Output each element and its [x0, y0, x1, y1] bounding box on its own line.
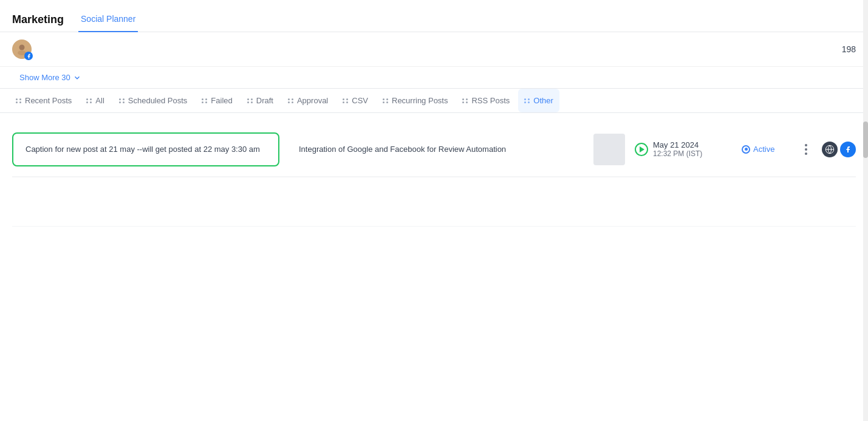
account-count: 198	[842, 44, 856, 54]
avatar	[12, 39, 32, 59]
filter-label: Recurring Posts	[392, 96, 448, 105]
post-date-info: May 21 2024 12:32 PM (IST)	[653, 140, 702, 158]
post-date: May 21 2024	[653, 140, 702, 149]
page-title: Marketing	[12, 13, 64, 26]
post-title: Integration of Google and Facebook for R…	[289, 145, 584, 154]
facebook-badge	[24, 52, 33, 60]
drag-handle-icon	[247, 98, 253, 103]
drag-handle-icon	[202, 98, 208, 103]
scrollbar-track[interactable]	[863, 0, 868, 236]
drag-handle-icon	[383, 98, 389, 103]
facebook-icon	[840, 142, 856, 157]
filter-approval[interactable]: Approval	[282, 89, 334, 112]
drag-handle-icon	[462, 98, 468, 103]
play-icon	[635, 143, 648, 156]
post-thumbnail	[593, 134, 625, 165]
filter-all[interactable]: All	[80, 89, 110, 112]
svg-point-0	[19, 45, 25, 50]
filter-draft[interactable]: Draft	[241, 89, 279, 112]
account-bar: 198	[0, 32, 868, 67]
post-time: 12:32 PM (IST)	[653, 149, 702, 158]
drag-handle-icon	[288, 98, 294, 103]
page-header: Marketing Social Planner	[0, 0, 868, 32]
filter-bar: Recent Posts All Scheduled Posts Failed …	[0, 88, 868, 113]
filter-label: Recent Posts	[25, 96, 72, 105]
filter-recurring-posts[interactable]: Recurring Posts	[377, 89, 454, 112]
filter-label: All	[95, 96, 104, 105]
filter-label: Approval	[297, 96, 328, 105]
post-platforms	[822, 142, 856, 157]
content-area: Caption for new post at 21 may --will ge…	[0, 113, 868, 236]
dot-icon	[805, 148, 807, 151]
post-caption: Caption for new post at 21 may --will ge…	[26, 145, 260, 154]
globe-icon	[822, 142, 838, 157]
tab-social-planner[interactable]: Social Planner	[78, 8, 138, 32]
filter-label: Draft	[256, 96, 273, 105]
divider	[12, 226, 856, 227]
filter-scheduled-posts[interactable]: Scheduled Posts	[113, 89, 194, 112]
table-row: Caption for new post at 21 may --will ge…	[12, 123, 856, 177]
drag-handle-icon	[524, 98, 530, 103]
filter-rss-posts[interactable]: RSS Posts	[456, 89, 516, 112]
status-label: Active	[753, 145, 774, 154]
avatar-container	[12, 39, 32, 59]
filter-label: CSV	[352, 96, 368, 105]
drag-handle-icon	[86, 98, 92, 103]
scrollbar-thumb[interactable]	[863, 122, 868, 158]
post-caption-box: Caption for new post at 21 may --will ge…	[12, 132, 279, 166]
filter-recent-posts[interactable]: Recent Posts	[10, 89, 78, 112]
filter-label: Failed	[211, 96, 232, 105]
show-more-label: Show More 30	[19, 73, 70, 82]
status-circle-inner	[745, 148, 748, 151]
dot-icon	[805, 152, 807, 155]
drag-handle-icon	[119, 98, 125, 103]
filter-failed[interactable]: Failed	[196, 89, 238, 112]
empty-space	[12, 177, 856, 226]
drag-handle-icon	[343, 98, 349, 103]
filter-label: RSS Posts	[471, 96, 510, 105]
status-circle-icon	[742, 145, 750, 154]
drag-handle-icon	[16, 98, 22, 103]
filter-other[interactable]: Other	[518, 89, 559, 112]
filter-label: Other	[533, 96, 553, 105]
filter-csv[interactable]: CSV	[337, 89, 374, 112]
dot-icon	[805, 144, 807, 146]
more-options-button[interactable]	[800, 142, 812, 157]
status-badge: Active	[742, 145, 790, 154]
post-date-area: May 21 2024 12:32 PM (IST)	[635, 140, 732, 158]
show-more-button[interactable]: Show More 30	[10, 69, 91, 88]
filter-label: Scheduled Posts	[128, 96, 188, 105]
show-more-area: Show More 30	[0, 67, 868, 88]
